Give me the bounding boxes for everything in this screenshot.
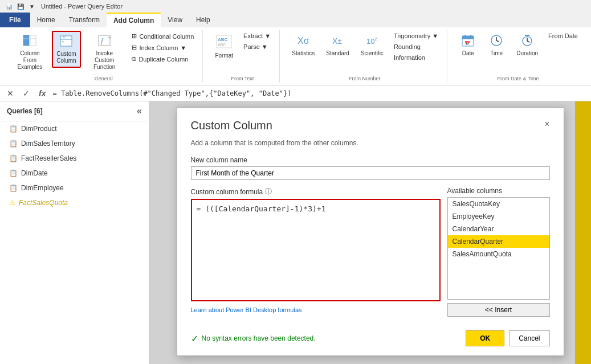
conditional-column-button[interactable]: ⊞ Conditional Column bbox=[128, 31, 198, 42]
information-label: Information bbox=[394, 54, 425, 61]
parse-button[interactable]: Parse ▼ bbox=[239, 42, 275, 52]
parse-label: Parse ▼ bbox=[243, 43, 268, 50]
extract-button[interactable]: Extract ▼ bbox=[239, 31, 275, 41]
from-number-small: Trigonometry ▼ Rounding Information bbox=[390, 31, 442, 63]
new-column-name-label: New column name bbox=[191, 156, 550, 164]
from-date-label: From Date & Time bbox=[450, 76, 586, 81]
statistics-icon: Xσ bbox=[296, 34, 310, 49]
index-column-button[interactable]: ⊟ Index Column ▼ bbox=[128, 42, 198, 53]
rounding-button[interactable]: Rounding bbox=[390, 42, 442, 52]
scientific-button[interactable]: 102 Scientific bbox=[356, 31, 389, 60]
confirm-formula-button[interactable]: ✓ bbox=[21, 88, 32, 99]
sidebar-item-dimdate[interactable]: 📋 DimDate bbox=[0, 166, 149, 181]
sidebar-header: Queries [6] « bbox=[0, 101, 149, 121]
duplicate-column-label: Duplicate Column bbox=[138, 56, 188, 63]
warning-icon: ⚠ bbox=[9, 199, 15, 207]
date-button[interactable]: 📅 Date bbox=[454, 31, 482, 60]
cancel-button[interactable]: Cancel bbox=[509, 330, 549, 346]
from-text-buttons: ABCABC Format Extract ▼ Parse ▼ bbox=[210, 31, 275, 73]
tab-add-column[interactable]: Add Column bbox=[107, 13, 161, 27]
close-formula-button[interactable]: ✕ bbox=[5, 88, 16, 99]
formula-right: Available columns SalesQuotaKey Employee… bbox=[447, 187, 550, 317]
svg-text:10: 10 bbox=[366, 37, 374, 46]
column-from-examples-button[interactable]: Column FromExamples bbox=[9, 31, 51, 73]
tab-help[interactable]: Help bbox=[189, 13, 217, 27]
invoke-icon: ƒ→ bbox=[97, 34, 111, 49]
sidebar-item-factsalesquota[interactable]: ⚠ FactSalesQuota bbox=[0, 195, 149, 210]
available-cols-label: Available columns bbox=[447, 187, 550, 195]
svg-text:X±: X± bbox=[332, 36, 342, 46]
tab-view[interactable]: View bbox=[161, 13, 189, 27]
formula-textarea[interactable]: = (([CalendarQuarter]-1)*3)+1 bbox=[191, 199, 441, 301]
svg-text:+: + bbox=[62, 39, 64, 44]
index-column-label: Index Column bbox=[139, 44, 178, 51]
sidebar-item-dimproduct[interactable]: 📋 DimProduct bbox=[0, 121, 149, 136]
content-area: Custom Column × Add a column that is com… bbox=[149, 101, 591, 364]
tab-transform[interactable]: Transform bbox=[62, 13, 107, 27]
formula-input[interactable] bbox=[52, 89, 586, 97]
information-button[interactable]: Information bbox=[390, 52, 442, 63]
statistics-label: Statistics bbox=[292, 50, 315, 57]
custom-column-dialog: Custom Column × Add a column that is com… bbox=[177, 107, 564, 356]
col-item-salesamountquota[interactable]: SalesAmountQuota bbox=[448, 248, 549, 260]
general-group-label: General bbox=[5, 76, 202, 81]
footer-buttons: OK Cancel bbox=[466, 330, 549, 346]
svg-text:ABC: ABC bbox=[218, 43, 226, 47]
index-column-arrow: ▼ bbox=[180, 44, 186, 51]
sidebar-collapse-button[interactable]: « bbox=[137, 106, 142, 116]
format-button[interactable]: ABCABC Format bbox=[210, 31, 238, 62]
fx-button[interactable]: fx bbox=[36, 88, 48, 99]
formula-hint-link[interactable]: Learn about Power BI Desktop formulas bbox=[191, 306, 441, 313]
duration-label: Duration bbox=[516, 50, 538, 57]
svg-text:ABC: ABC bbox=[218, 37, 228, 42]
query-icon-dimdate: 📋 bbox=[9, 169, 18, 177]
save-icon[interactable]: 💾 bbox=[16, 2, 25, 11]
conditional-column-label: Conditional Column bbox=[139, 33, 194, 40]
from-date-small: From Date bbox=[544, 31, 582, 41]
sidebar-item-factresellersales[interactable]: 📋 FactResellerSales bbox=[0, 151, 149, 166]
formula-label: Custom column formula ⓘ bbox=[191, 187, 441, 197]
svg-rect-19 bbox=[462, 36, 474, 39]
tab-file[interactable]: File bbox=[0, 13, 30, 27]
custom-column-button[interactable]: fx+ CustomColumn bbox=[52, 31, 81, 68]
dialog-title: Custom Column bbox=[191, 119, 272, 132]
window-title: Untitled - Power Query Editor bbox=[41, 3, 123, 10]
sidebar-title: Queries [6] bbox=[7, 107, 43, 115]
ribbon-content: Column FromExamples fx+ CustomColumn ƒ→ … bbox=[0, 27, 591, 85]
dropdown-icon[interactable]: ▼ bbox=[27, 2, 36, 11]
from-date-button[interactable]: From Date bbox=[544, 31, 582, 41]
column-examples-icon bbox=[23, 34, 36, 49]
trig-label: Trigonometry ▼ bbox=[394, 32, 438, 39]
trigonometry-button[interactable]: Trigonometry ▼ bbox=[390, 31, 442, 41]
svg-text:ƒ: ƒ bbox=[100, 37, 104, 45]
insert-button[interactable]: << Insert bbox=[447, 303, 550, 317]
invoke-label: Invoke CustomFunction bbox=[87, 50, 121, 71]
col-item-employeekey[interactable]: EmployeeKey bbox=[448, 210, 549, 223]
dialog-body: Add a column that is computed from the o… bbox=[177, 137, 564, 326]
col-item-salesquotakey[interactable]: SalesQuotaKey bbox=[448, 198, 549, 210]
duration-button[interactable]: Duration bbox=[511, 31, 543, 60]
ok-button[interactable]: OK bbox=[466, 330, 504, 346]
query-icon-dimsalesterritory: 📋 bbox=[9, 140, 18, 148]
ribbon-group-general: Column FromExamples fx+ CustomColumn ƒ→ … bbox=[5, 30, 203, 83]
col-item-calendarquarter[interactable]: CalendarQuarter bbox=[448, 235, 549, 248]
tab-home[interactable]: Home bbox=[30, 13, 62, 27]
from-date-label: From Date bbox=[548, 32, 578, 39]
from-text-small: Extract ▼ Parse ▼ bbox=[239, 31, 275, 52]
scientific-label: Scientific bbox=[361, 50, 384, 57]
date-label: Date bbox=[462, 50, 474, 57]
format-icon: ABCABC bbox=[216, 34, 232, 51]
col-item-calendaryear[interactable]: CalendarYear bbox=[448, 223, 549, 235]
new-column-name-input[interactable] bbox=[191, 166, 550, 180]
dialog-close-button[interactable]: × bbox=[544, 119, 549, 129]
statistics-button[interactable]: Xσ Statistics bbox=[287, 31, 320, 60]
standard-button[interactable]: X± Standard bbox=[321, 31, 354, 60]
formula-bar: ✕ ✓ fx bbox=[0, 85, 591, 101]
duplicate-column-button[interactable]: ⧉ Duplicate Column bbox=[128, 54, 198, 64]
sidebar-item-dimemployee[interactable]: 📋 DimEmployee bbox=[0, 181, 149, 195]
svg-text:→: → bbox=[106, 34, 111, 40]
invoke-custom-function-button[interactable]: ƒ→ Invoke CustomFunction bbox=[82, 31, 127, 73]
sidebar-item-dimsalesterritory[interactable]: 📋 DimSalesTerritory bbox=[0, 136, 149, 151]
time-button[interactable]: Time bbox=[483, 31, 510, 60]
new-column-name-group: New column name bbox=[191, 156, 550, 180]
